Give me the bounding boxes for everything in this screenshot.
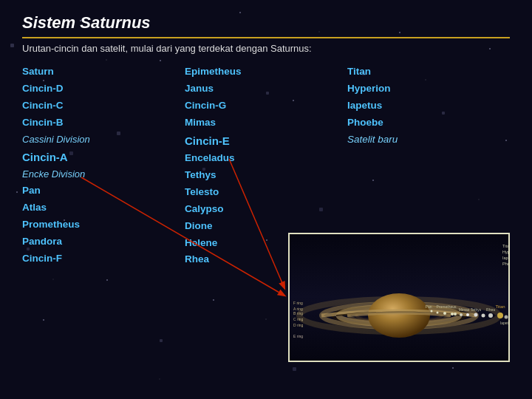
svg-text:Iapetus: Iapetus [502, 256, 508, 260]
svg-point-10 [437, 312, 439, 314]
column-1: Saturn Cincin-D Cincin-C Cincin-B Cassin… [22, 64, 185, 267]
list-item: Cincin-D [22, 81, 185, 97]
svg-text:Titan: Titan [495, 304, 505, 309]
svg-text:Pan: Pan [426, 304, 432, 309]
svg-point-16 [474, 313, 478, 317]
saturn-diagram-container: Pan Prometheus Mimas Tethys Rhea Titan I… [288, 233, 510, 362]
list-item: Telesto [185, 185, 347, 200]
list-item: Atlas [22, 200, 185, 216]
list-item: Iapetus [347, 98, 510, 114]
svg-text:Rhea: Rhea [486, 307, 495, 312]
list-item: Cincin-B [22, 115, 185, 131]
list-item: Satelit baru [347, 132, 510, 148]
svg-point-12 [451, 313, 454, 316]
list-item: Tethys [185, 168, 347, 183]
svg-point-14 [460, 313, 463, 316]
list-item: Pandora [22, 234, 185, 250]
svg-text:Titan: Titan [502, 244, 508, 248]
list-item: Mimas [185, 115, 347, 131]
svg-point-19 [497, 313, 503, 318]
svg-text:Mimas: Mimas [459, 307, 470, 312]
list-item: Cassini Division [22, 132, 185, 147]
svg-point-18 [488, 313, 493, 318]
saturn-diagram: Pan Prometheus Mimas Tethys Rhea Titan I… [290, 234, 508, 361]
list-item: Cincin-F [22, 251, 185, 267]
list-item: Enceladus [185, 151, 347, 166]
svg-point-9 [431, 310, 433, 313]
svg-point-11 [443, 312, 446, 315]
title-bar: Sistem Saturnus [22, 13, 510, 38]
svg-text:Hyperion: Hyperion [502, 250, 508, 254]
list-item: Janus [185, 81, 347, 97]
svg-point-17 [482, 314, 485, 318]
svg-point-8 [368, 293, 430, 338]
list-item: Encke Division [22, 167, 185, 182]
list-item: Cincin-A [22, 149, 185, 166]
svg-text:C ring: C ring [293, 317, 304, 321]
svg-text:Phoebe: Phoebe [502, 262, 508, 266]
svg-text:Tethys: Tethys [471, 307, 482, 312]
list-item: Cincin-G [185, 98, 347, 114]
list-item: Calypso [185, 202, 347, 217]
list-item: Pan [22, 183, 185, 199]
page-title: Sistem Saturnus [22, 13, 151, 32]
svg-text:F ring: F ring [293, 301, 303, 305]
svg-point-15 [466, 313, 469, 316]
list-item: Cincin-E [185, 132, 347, 149]
list-item: Hyperion [347, 81, 510, 97]
svg-text:E ring: E ring [293, 334, 303, 338]
list-item: Phoebe [347, 115, 510, 131]
list-item: Dione [185, 219, 347, 234]
list-item: Titan [347, 64, 510, 80]
svg-text:B ring: B ring [293, 311, 303, 316]
svg-point-13 [454, 313, 457, 316]
svg-text:D ring: D ring [293, 323, 304, 327]
list-item: Cincin-C [22, 98, 185, 114]
list-item: Epimetheus [185, 64, 347, 80]
subtitle: Urutan-cincin dan satelit, mulai dari ya… [22, 43, 510, 54]
svg-point-20 [505, 316, 508, 319]
svg-text:Iapetus: Iapetus [500, 321, 508, 325]
svg-text:Prometheus: Prometheus [437, 304, 457, 309]
list-item: Saturn [22, 64, 185, 80]
list-item: Prometheus [22, 217, 185, 233]
